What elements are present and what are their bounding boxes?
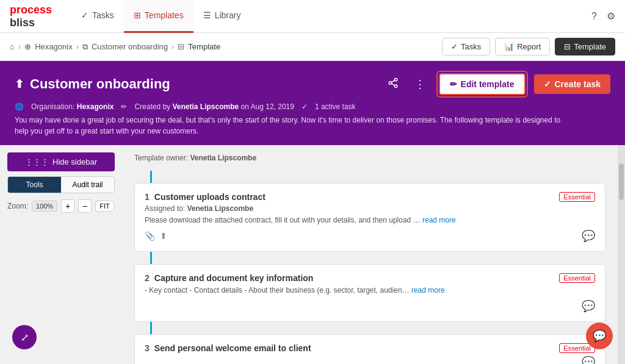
- task-card-2-header: 2 Capture and document key information E…: [145, 273, 595, 283]
- breadcrumb-actions: ✓ Tasks 📊 Report ⊟ Template: [442, 38, 615, 55]
- tab-audit-trail[interactable]: Audit trail: [61, 177, 114, 193]
- task-2-footer: 💬: [145, 299, 595, 313]
- attachment-icon: 📎: [145, 231, 155, 241]
- task-2-title: Capture and document key information: [154, 273, 314, 283]
- comment-icon-3[interactable]: 💬: [582, 355, 595, 364]
- edit-template-button[interactable]: ✏ Edit template: [439, 73, 526, 95]
- task-card-1: 1 Customer uploads contract Essential As…: [134, 183, 605, 252]
- breadcrumb-report-btn[interactable]: 📊 Report: [495, 38, 550, 55]
- zoom-controls: Zoom: 100% + − FIT: [7, 199, 115, 213]
- task-2-read-more[interactable]: read more: [411, 286, 445, 294]
- content-area: Template owner: Venetia Lipscombe 1 Cust…: [122, 145, 618, 364]
- header-title: ⬆ Customer onboarding: [15, 76, 170, 92]
- task-1-badge: Essential: [559, 192, 595, 202]
- check-icon: ✓: [81, 10, 89, 20]
- breadcrumb-current: Template: [188, 42, 220, 51]
- breadcrumb-hexagonix[interactable]: Hexagonix: [35, 42, 72, 51]
- main-nav: ✓ Tasks ⊞ Templates ☰ Library: [71, 0, 250, 33]
- upload-icon-task: ⬆: [160, 231, 167, 241]
- check-icon-meta: ✓: [302, 102, 308, 111]
- top-navigation: process bliss ✓ Tasks ⊞ Templates ☰ Libr…: [0, 0, 625, 33]
- svg-point-1: [389, 81, 392, 84]
- task-connector-2: [150, 322, 152, 334]
- check-icon-small: ✓: [451, 42, 458, 51]
- upload-icon: ⬆: [15, 77, 24, 91]
- edit-meta-icon: ✏: [121, 102, 127, 111]
- create-task-button[interactable]: ✓ Create task: [534, 74, 611, 94]
- svg-point-2: [394, 85, 397, 88]
- svg-point-0: [394, 78, 397, 81]
- breadcrumb-icon-template: ⊟: [178, 42, 184, 51]
- zoom-fit-button[interactable]: FIT: [95, 201, 114, 212]
- task-card-3-header: 3 Send personal welcome email to client …: [145, 343, 595, 353]
- task-1-title: Customer uploads contract: [154, 192, 266, 202]
- settings-icon[interactable]: ⚙: [607, 10, 615, 22]
- globe-icon: 🌐: [15, 102, 24, 111]
- scrollbar[interactable]: [618, 145, 625, 364]
- task-1-number: 1: [145, 192, 150, 202]
- zoom-out-button[interactable]: −: [78, 199, 92, 213]
- task-card-3: 3 Send personal welcome email to client …: [134, 334, 605, 364]
- zoom-in-button[interactable]: +: [61, 199, 74, 213]
- breadcrumb-icon-hexagonix: ⊕: [24, 42, 31, 51]
- task-1-desc: Please download the attached contract, f…: [145, 215, 595, 226]
- task-2-number: 2: [145, 273, 150, 283]
- edit-template-highlight: ✏ Edit template: [436, 71, 528, 98]
- sidebar-tabs: Tools Audit trail: [7, 176, 115, 193]
- check-icon-create: ✓: [544, 79, 551, 89]
- library-icon: ☰: [203, 10, 211, 20]
- header-banner: ⬆ Customer onboarding ⋮ ✏ Edit template …: [0, 61, 625, 145]
- chat-button[interactable]: 💬: [586, 323, 613, 349]
- nav-tasks[interactable]: ✓ Tasks: [71, 0, 124, 33]
- logo-bliss: bliss: [10, 16, 35, 29]
- task-card-2: 2 Capture and document key information E…: [134, 264, 605, 322]
- header-description: You may have done a great job of securin…: [15, 115, 564, 137]
- scroll-thumb: [619, 163, 624, 200]
- breadcrumb: ⌂ › ⊕ Hexagonix › ⧉ Customer onboarding …: [10, 42, 220, 52]
- nav-templates[interactable]: ⊞ Templates: [124, 0, 193, 33]
- share-button[interactable]: [383, 75, 403, 94]
- tab-tools[interactable]: Tools: [8, 177, 61, 193]
- comment-icon-1[interactable]: 💬: [582, 229, 595, 243]
- nav-library[interactable]: ☰ Library: [193, 0, 251, 33]
- header-title-row: ⬆ Customer onboarding ⋮ ✏ Edit template …: [15, 71, 610, 98]
- report-icon: 📊: [504, 42, 514, 51]
- task-2-desc: - Key contact - Contact details - About …: [145, 285, 595, 296]
- expand-icon: ⤢: [21, 332, 29, 343]
- breadcrumb-customer-onboarding[interactable]: Customer onboarding: [92, 42, 168, 51]
- task-1-footer: 📎 ⬆ 💬: [145, 229, 595, 243]
- template-icon: ⊟: [564, 42, 571, 51]
- grid-icon: ⊞: [134, 10, 141, 20]
- pencil-icon: ✏: [450, 79, 457, 89]
- task-1-assigned: Assigned to: Venetia Lipscombe: [145, 204, 595, 213]
- breadcrumb-icon-customer-onboarding: ⧉: [82, 42, 88, 52]
- sidebar-toggle-icon: ⋮⋮⋮: [25, 157, 49, 166]
- expand-button[interactable]: ⤢: [12, 325, 37, 349]
- comment-icon-2[interactable]: 💬: [582, 299, 595, 313]
- nav-right: ? ⚙: [591, 10, 615, 22]
- header-meta: 🌐 Organisation: Hexagonix ✏ Created by V…: [15, 102, 610, 111]
- more-options-button[interactable]: ⋮: [410, 75, 430, 93]
- home-icon[interactable]: ⌂: [10, 42, 15, 51]
- template-owner: Template owner: Venetia Lipscombe: [134, 154, 605, 162]
- task-connector-1: [150, 252, 152, 264]
- breadcrumb-template-btn[interactable]: ⊟ Template: [555, 38, 615, 55]
- breadcrumb-tasks-btn[interactable]: ✓ Tasks: [442, 38, 490, 55]
- breadcrumb-bar: ⌂ › ⊕ Hexagonix › ⧉ Customer onboarding …: [0, 33, 625, 61]
- svg-line-3: [391, 84, 394, 85]
- help-icon[interactable]: ?: [591, 11, 597, 22]
- task-3-number: 3: [145, 343, 150, 353]
- logo[interactable]: process bliss: [10, 4, 52, 29]
- task-2-badge: Essential: [559, 273, 595, 283]
- task-3-footer: 💬: [145, 355, 595, 364]
- task-1-read-more[interactable]: read more: [422, 216, 456, 224]
- hide-sidebar-button[interactable]: ⋮⋮⋮ Hide sidebar: [7, 152, 115, 171]
- main-layout: ⋮⋮⋮ Hide sidebar Tools Audit trail Zoom:…: [0, 145, 625, 364]
- task-card-1-header: 1 Customer uploads contract Essential: [145, 192, 595, 202]
- svg-line-4: [391, 80, 394, 82]
- task-connector-0: [150, 171, 152, 183]
- zoom-value: 100%: [32, 201, 57, 212]
- task-3-title: Send personal welcome email to client: [154, 343, 311, 353]
- header-actions: ⋮ ✏ Edit template ✓ Create task: [383, 71, 610, 98]
- chat-icon: 💬: [593, 329, 606, 343]
